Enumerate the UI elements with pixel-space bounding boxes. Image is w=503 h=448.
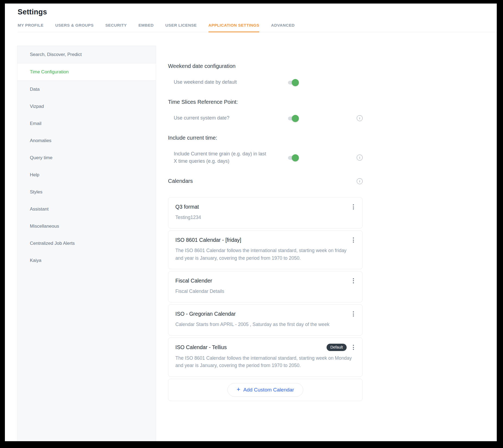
sidebar-item[interactable]: Vizpad [17,98,156,115]
settings-sidebar: Search, Discover, Predict Time Configura… [17,46,156,441]
calendar-description: Testing1234 [175,214,355,221]
toggle-thumb [292,154,299,161]
settings-tab[interactable]: SECURITY [105,23,127,32]
settings-group: Time Slices Reference Point: Use current… [168,99,363,122]
toggle-switch-on[interactable] [288,81,298,84]
calendar-name: ISO - Gregorian Calendar [175,311,236,317]
sidebar-item-label: Vizpad [30,104,44,109]
more-options-icon[interactable] [352,344,355,351]
sidebar-item-label: Search, Discover, Predict [30,52,82,57]
settings-page: Settings MY PROFILE USERS & GROUPS SECUR… [5,4,497,441]
sidebar-item[interactable]: Miscellaneous [17,218,156,235]
add-calendar-card: + Add Custom Calendar [168,379,363,401]
sidebar-item-label: Time Configuration [30,69,69,74]
info-icon[interactable]: i [357,115,363,121]
calendar-card: ISO 8601 Calendar - [friday] The ISO 860… [168,230,363,269]
sidebar-item[interactable]: Kaiya [17,252,156,269]
settings-tab[interactable]: APPLICATION SETTINGS [208,23,260,32]
calendar-card: ISO - Gregorian Calendar Calendar Starts… [168,304,363,336]
setting-label: Use weekend date by default [174,79,288,86]
page-header: Settings MY PROFILE USERS & GROUPS SECUR… [5,4,497,32]
calendar-name: Fiscal Calender [175,278,212,284]
sidebar-item[interactable]: Query time [17,149,156,166]
settings-tab[interactable]: USERS & GROUPS [55,23,93,32]
add-custom-calendar-label: Add Custom Calendar [243,387,294,393]
settings-group: Include current time: Include Current ti… [168,135,363,165]
screenshot-frame: Settings MY PROFILE USERS & GROUPS SECUR… [0,0,503,448]
toggle-thumb [292,115,299,122]
sidebar-item[interactable]: Centralized Job Alerts [17,235,156,252]
calendar-list: Q3 format Testing1234 [168,197,363,401]
sidebar-item-label: Assistant [30,206,49,212]
info-icon[interactable]: i [357,178,363,184]
sidebar-item-label: Anomalies [30,138,51,143]
sidebar-item[interactable]: Assistant [17,200,156,218]
setting-row: Use current system date? i [168,114,363,122]
more-options-icon[interactable] [352,203,355,210]
sidebar-item[interactable]: Email [17,115,156,132]
add-custom-calendar-button[interactable]: + Add Custom Calendar [227,383,303,397]
content-area: Search, Discover, Predict Time Configura… [5,32,497,441]
info-icon[interactable]: i [357,155,363,161]
sidebar-item[interactable]: Anomalies [17,132,156,149]
plus-icon: + [237,386,240,393]
sidebar-item-label: Kaiya [30,258,42,263]
calendar-name: ISO 8601 Calendar - [friday] [175,237,241,243]
calendar-description: Calendar Starts from APRIL - 2005 , Satu… [175,321,355,328]
group-heading: Time Slices Reference Point: [168,99,363,105]
settings-tab[interactable]: EMBED [138,23,154,32]
toggle-switch-on[interactable] [288,117,298,120]
calendars-heading: Calendars [168,178,193,184]
setting-row: Include Current time grain (e.g. day) in… [168,150,363,165]
calendar-name: ISO Calendar - Tellius [175,344,227,350]
more-options-icon[interactable] [352,237,355,243]
sidebar-item[interactable]: Time Configuration [17,63,156,81]
more-options-icon[interactable] [352,311,355,317]
sidebar-item-label: Centralized Job Alerts [30,241,75,246]
settings-tab[interactable]: MY PROFILE [18,23,43,32]
calendar-description: The ISO 8601 Calendar follows the intern… [175,247,355,262]
group-heading: Include current time: [168,135,363,141]
sidebar-item[interactable]: Styles [17,183,156,200]
settings-tab[interactable]: ADVANCED [271,23,295,32]
calendar-name: Q3 format [175,204,199,210]
toggle-switch-on[interactable] [288,156,298,160]
setting-label: Include Current time grain (e.g. day) in… [174,150,288,165]
toggle-thumb [292,79,299,86]
calendar-card: ISO Calendar - Tellius Default The ISO 8… [168,337,363,377]
setting-row: Use weekend date by default [168,79,363,86]
settings-tab[interactable]: USER LICENSE [165,23,197,32]
default-badge: Default [327,344,347,351]
sidebar-item-label: Email [30,121,42,126]
sidebar-item-label: Help [30,172,39,177]
calendar-card: Fiscal Calender Fiscal Calendar Details [168,271,363,302]
sidebar-item-label: Query time [30,155,52,160]
sidebar-item[interactable]: Search, Discover, Predict [17,46,156,63]
calendars-header: Calendars i [168,178,363,184]
calendar-description: The ISO 8601 Calendar follows the intern… [175,355,355,369]
more-options-icon[interactable] [352,277,355,284]
settings-group: Weekend date configuration Use weekend d… [168,63,363,86]
page-title: Settings [18,8,497,16]
group-heading: Weekend date configuration [168,63,363,69]
sidebar-item-label: Styles [30,189,42,195]
main-panel: Weekend date configuration Use weekend d… [156,32,497,441]
sidebar-item-label: Miscellaneous [30,224,59,229]
sidebar-item[interactable]: Help [17,166,156,183]
sidebar-item-label: Data [30,87,40,92]
setting-label: Use current system date? [174,114,288,122]
sidebar-item[interactable]: Data [17,81,156,98]
calendar-card: Q3 format Testing1234 [168,197,363,228]
settings-tab-bar: MY PROFILE USERS & GROUPS SECURITY EMBED… [18,23,497,32]
calendar-description: Fiscal Calendar Details [175,288,355,295]
